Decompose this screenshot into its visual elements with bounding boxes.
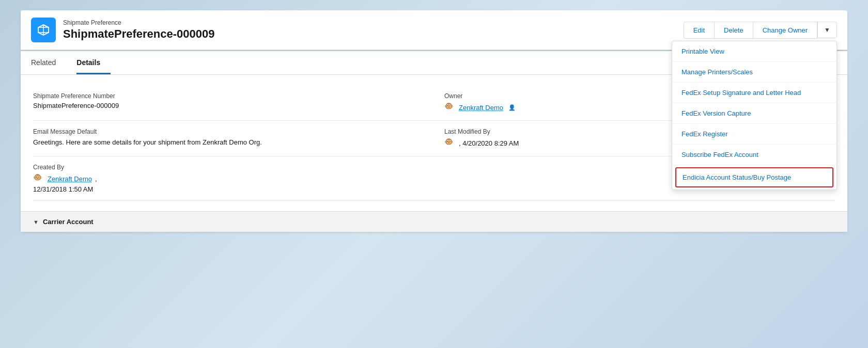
tab-related[interactable]: Related: [31, 51, 66, 74]
created-by-label: Created By: [33, 164, 424, 171]
last-modified-date: , 4/20/2020 8:29 AM: [459, 139, 519, 147]
page-wrapper: Shipmate Preference ShipmatePreference-0…: [21, 10, 847, 232]
owner-edit-icon[interactable]: 👤: [508, 104, 516, 111]
dropdown-toggle-button[interactable]: ▼: [817, 22, 837, 38]
created-by-comma: ,: [95, 175, 97, 183]
dropdown-menu: Printable View Manage Printers/Scales Fe…: [672, 41, 837, 190]
preference-number-value: ShipmatePreference-000009: [33, 102, 424, 109]
record-title-group: Shipmate Preference ShipmatePreference-0…: [63, 19, 215, 41]
edit-button[interactable]: Edit: [684, 22, 714, 39]
owner-avatar-icon: 🐵: [444, 102, 456, 113]
header-actions: Edit Delete Change Owner ▼ Printable Vie…: [684, 22, 837, 39]
record-header: Shipmate Preference ShipmatePreference-0…: [21, 10, 847, 50]
tab-details[interactable]: Details: [76, 51, 111, 74]
menu-item-fedex-version[interactable]: FedEx Version Capture: [672, 103, 836, 124]
menu-item-manage-printers[interactable]: Manage Printers/Scales: [672, 62, 836, 83]
delete-button[interactable]: Delete: [714, 22, 753, 39]
owner-link[interactable]: Zenkraft Demo: [459, 104, 503, 112]
menu-item-subscribe-fedex[interactable]: Subscribe FedEx Account: [672, 145, 836, 165]
menu-item-endicia-account[interactable]: Endicia Account Status/Buy Postage: [675, 167, 833, 187]
section-chevron-icon: ▼: [33, 219, 39, 225]
field-preference-number: Shipmate Preference Number ShipmatePrefe…: [33, 85, 434, 121]
field-created-by: Created By 🐵 Zenkraft Demo, 12/31/2018 1…: [33, 156, 434, 201]
section-label: Carrier Account: [43, 218, 94, 226]
record-subtitle: Shipmate Preference: [63, 19, 215, 26]
app-icon: [31, 18, 56, 42]
created-by-datetime: 12/31/2018 1:50 AM: [33, 185, 424, 193]
carrier-account-section: ▼ Carrier Account: [21, 211, 847, 232]
menu-item-fedex-register[interactable]: FedEx Register: [672, 124, 836, 145]
menu-item-printable-view[interactable]: Printable View: [672, 41, 836, 62]
change-owner-button[interactable]: Change Owner: [753, 22, 817, 39]
header-left: Shipmate Preference ShipmatePreference-0…: [31, 18, 215, 42]
field-email-message: Email Message Default Greetings. Here ar…: [33, 121, 434, 156]
created-by-row: 🐵 Zenkraft Demo,: [33, 173, 424, 184]
created-by-avatar-icon: 🐵: [33, 173, 44, 184]
preference-number-label: Shipmate Preference Number: [33, 92, 424, 100]
menu-item-fedex-setup[interactable]: FedEx Setup Signature and Letter Head: [672, 83, 836, 103]
email-message-value: Greetings. Here are some details for you…: [33, 137, 424, 148]
email-message-label: Email Message Default: [33, 128, 424, 135]
last-modified-avatar-icon: 🐵: [444, 137, 456, 149]
record-title: ShipmatePreference-000009: [63, 27, 215, 41]
created-by-link[interactable]: Zenkraft Demo: [48, 175, 92, 183]
